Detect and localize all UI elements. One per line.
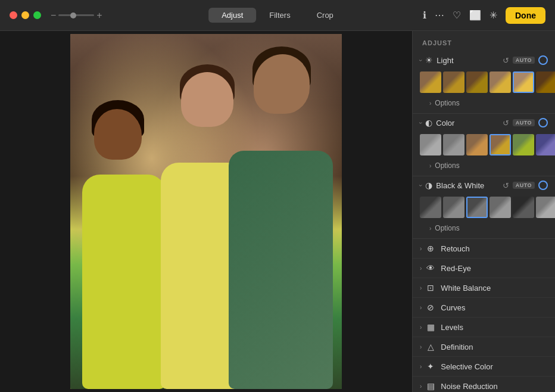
color-options-row[interactable]: › Options bbox=[413, 160, 555, 173]
color-thumb-0[interactable] bbox=[420, 134, 441, 155]
color-thumb-2[interactable] bbox=[466, 134, 488, 155]
retouch-label: Retouch bbox=[441, 244, 469, 253]
bw-toggle[interactable] bbox=[538, 181, 548, 190]
bw-thumb-4[interactable] bbox=[513, 197, 534, 218]
main-content: ADJUST › ☀ Light ↺ AUTO bbox=[0, 31, 555, 392]
red-eye-icon: 👁 bbox=[425, 263, 436, 273]
traffic-lights bbox=[10, 11, 41, 19]
light-auto-button[interactable]: AUTO bbox=[513, 57, 535, 64]
photo-image bbox=[70, 34, 342, 389]
color-reset-icon[interactable]: ↺ bbox=[503, 119, 509, 127]
bw-reset-icon[interactable]: ↺ bbox=[503, 181, 509, 190]
noise-reduction-icon: ▤ bbox=[425, 381, 436, 391]
color-chevron-icon: › bbox=[417, 122, 424, 123]
bw-actions: ↺ AUTO bbox=[503, 181, 548, 190]
bw-thumb-3[interactable] bbox=[489, 197, 511, 218]
fullscreen-button[interactable] bbox=[33, 11, 41, 19]
bw-thumb-1[interactable] bbox=[443, 197, 464, 218]
light-options-chevron-icon: › bbox=[429, 100, 431, 107]
list-item-curves[interactable]: › ⊘ Curves bbox=[413, 298, 555, 318]
light-thumb-5[interactable] bbox=[536, 71, 555, 93]
list-item-definition[interactable]: › △ Definition bbox=[413, 337, 555, 357]
definition-label: Definition bbox=[441, 343, 473, 351]
favorite-button[interactable]: ♡ bbox=[453, 10, 461, 21]
color-auto-button[interactable]: AUTO bbox=[513, 119, 535, 126]
bw-thumb-2[interactable] bbox=[466, 197, 488, 218]
list-item-levels[interactable]: › ▦ Levels bbox=[413, 318, 555, 337]
tab-bar: Adjust Filters Crop bbox=[208, 8, 347, 23]
crop-icon-button[interactable]: ⬜ bbox=[469, 10, 481, 21]
person-right bbox=[223, 38, 342, 389]
light-thumb-2[interactable] bbox=[466, 71, 488, 93]
levels-chevron-icon: › bbox=[420, 324, 422, 331]
light-options-row[interactable]: › Options bbox=[413, 98, 555, 111]
list-item-red-eye[interactable]: › 👁 Red-Eye bbox=[413, 259, 555, 278]
tab-adjust[interactable]: Adjust bbox=[208, 8, 256, 23]
zoom-plus-icon[interactable]: + bbox=[96, 10, 102, 21]
list-item-selective-color[interactable]: › ✦ Selective Color bbox=[413, 357, 555, 377]
red-eye-label: Red-Eye bbox=[441, 264, 471, 273]
color-actions: ↺ AUTO bbox=[503, 118, 548, 127]
bw-options-label: Options bbox=[435, 224, 459, 232]
more-button[interactable]: ⋯ bbox=[435, 10, 444, 21]
titlebar: − + Adjust Filters Crop ℹ ⋯ ♡ ⬜ ✳ Done bbox=[0, 0, 555, 31]
bw-options-row[interactable]: › Options bbox=[413, 223, 555, 236]
titlebar-right: ℹ ⋯ ♡ ⬜ ✳ Done bbox=[423, 7, 545, 24]
done-button[interactable]: Done bbox=[506, 7, 545, 24]
list-item-white-balance[interactable]: › ⊡ White Balance bbox=[413, 278, 555, 298]
noise-reduction-chevron-icon: › bbox=[420, 383, 422, 390]
section-bw-header[interactable]: › ◑ Black & White ↺ AUTO bbox=[413, 176, 555, 194]
zoom-control: − + bbox=[51, 10, 102, 21]
light-options-label: Options bbox=[435, 99, 459, 107]
light-toggle[interactable] bbox=[538, 55, 548, 65]
bw-auto-button[interactable]: AUTO bbox=[513, 182, 535, 189]
photo-container bbox=[0, 31, 412, 392]
zoom-minus-icon[interactable]: − bbox=[51, 10, 56, 21]
list-item-noise-reduction[interactable]: › ▤ Noise Reduction bbox=[413, 377, 555, 392]
curves-label: Curves bbox=[441, 303, 465, 312]
section-color: › ◐ Color ↺ AUTO › Options bbox=[413, 114, 555, 176]
list-item-retouch[interactable]: › ⊕ Retouch bbox=[413, 239, 555, 259]
info-button[interactable]: ℹ bbox=[423, 10, 426, 21]
light-chevron-icon: › bbox=[417, 59, 424, 61]
bw-circle-icon: ◑ bbox=[425, 181, 432, 190]
minimize-button[interactable] bbox=[21, 11, 29, 19]
section-light-header[interactable]: › ☀ Light ↺ AUTO bbox=[413, 51, 555, 69]
selective-color-chevron-icon: › bbox=[420, 363, 422, 370]
noise-reduction-label: Noise Reduction bbox=[441, 382, 497, 391]
color-thumb-1[interactable] bbox=[443, 134, 464, 155]
bw-chevron-icon: › bbox=[417, 184, 424, 186]
right-panel: ADJUST › ☀ Light ↺ AUTO bbox=[412, 31, 555, 392]
color-thumb-4[interactable] bbox=[513, 134, 534, 155]
light-thumb-4[interactable] bbox=[513, 71, 534, 93]
section-bw: › ◑ Black & White ↺ AUTO › Options bbox=[413, 176, 555, 239]
photo bbox=[70, 34, 342, 389]
definition-icon: △ bbox=[425, 342, 436, 351]
color-label: Color bbox=[436, 119, 502, 127]
curves-icon: ⊘ bbox=[425, 303, 436, 312]
color-toggle[interactable] bbox=[538, 118, 548, 127]
zoom-slider[interactable] bbox=[58, 14, 94, 16]
magic-button[interactable]: ✳ bbox=[489, 10, 497, 21]
bw-thumb-0[interactable] bbox=[420, 197, 441, 218]
light-actions: ↺ AUTO bbox=[503, 55, 548, 65]
panel-title: ADJUST bbox=[413, 31, 555, 51]
tab-filters[interactable]: Filters bbox=[256, 8, 303, 23]
color-thumbnails bbox=[413, 132, 555, 160]
levels-label: Levels bbox=[441, 323, 463, 332]
light-reset-icon[interactable]: ↺ bbox=[503, 56, 509, 65]
levels-icon: ▦ bbox=[425, 322, 436, 332]
white-balance-chevron-icon: › bbox=[420, 285, 422, 291]
light-thumb-0[interactable] bbox=[420, 71, 441, 93]
selective-color-label: Selective Color bbox=[441, 362, 492, 371]
section-color-header[interactable]: › ◐ Color ↺ AUTO bbox=[413, 114, 555, 132]
color-thumb-5[interactable] bbox=[536, 134, 555, 155]
light-thumb-3[interactable] bbox=[489, 71, 511, 93]
red-eye-chevron-icon: › bbox=[420, 265, 422, 272]
bw-thumb-5[interactable] bbox=[536, 197, 555, 218]
bw-label: Black & White bbox=[436, 181, 502, 190]
color-thumb-3[interactable] bbox=[489, 134, 511, 155]
light-thumb-1[interactable] bbox=[443, 71, 464, 93]
close-button[interactable] bbox=[10, 11, 17, 19]
tab-crop[interactable]: Crop bbox=[304, 8, 347, 23]
